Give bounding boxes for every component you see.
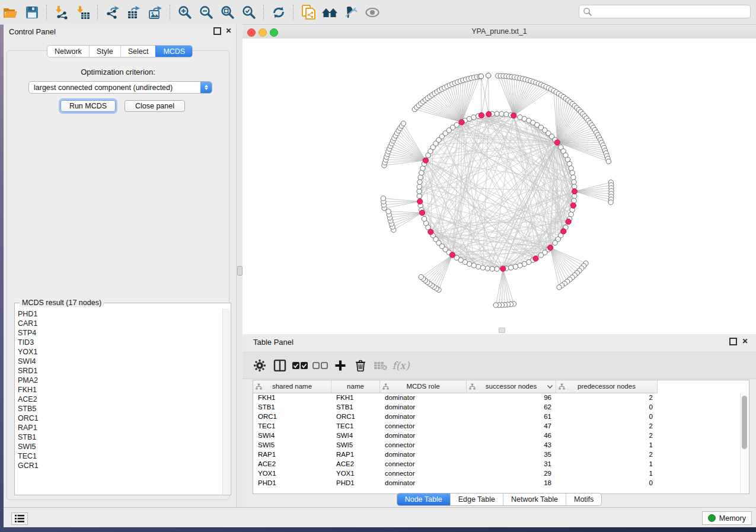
network-node[interactable] [419, 274, 423, 279]
search-input[interactable] [579, 5, 751, 18]
first-neighbors-icon[interactable] [321, 4, 339, 21]
table-row[interactable]: SWI4SWI4dominator462 [253, 431, 741, 440]
network-node[interactable] [471, 115, 476, 120]
list-item[interactable]: ORC1 [16, 414, 222, 423]
memory-button[interactable]: Memory [702, 511, 752, 525]
network-node[interactable] [479, 113, 484, 118]
network-node[interactable] [417, 184, 422, 189]
list-item[interactable]: SWI4 [16, 357, 222, 366]
zoom-selected-icon[interactable] [240, 4, 258, 21]
network-node[interactable] [538, 253, 543, 258]
list-item[interactable]: SRD1 [16, 366, 222, 376]
network-node[interactable] [386, 209, 391, 214]
table-row[interactable]: YOX1YOX1connector291 [253, 469, 741, 478]
network-titlebar[interactable]: YPA_prune.txt_1 [243, 24, 756, 39]
close-table-panel-icon[interactable]: ✕ [741, 338, 749, 345]
network-node[interactable] [508, 265, 513, 270]
network-node[interactable] [557, 285, 562, 290]
refresh-layout-icon[interactable] [270, 4, 288, 21]
show-details-icon[interactable] [363, 4, 381, 21]
list-item[interactable]: TID3 [16, 338, 222, 347]
criterion-dropdown[interactable]: largest connected component (undirected) [28, 81, 212, 94]
list-item[interactable]: STB1 [16, 432, 222, 442]
tab-mcds[interactable]: MCDS [155, 46, 192, 57]
network-node[interactable] [569, 166, 573, 171]
network-node[interactable] [570, 170, 575, 175]
list-item[interactable]: PMA2 [16, 376, 222, 385]
list-item[interactable]: RAP1 [16, 423, 222, 432]
table-row[interactable]: ORC1ORC1dominator610 [253, 412, 741, 421]
zoom-in-icon[interactable] [176, 4, 194, 21]
tab-network-table[interactable]: Network Table [503, 493, 566, 505]
network-node[interactable] [561, 229, 566, 234]
run-mcds-button[interactable]: Run MCDS [60, 100, 116, 112]
network-node[interactable] [486, 73, 490, 78]
network-node[interactable] [422, 216, 426, 221]
network-node[interactable] [518, 263, 522, 268]
network-node[interactable] [504, 112, 509, 117]
list-item[interactable]: YOX1 [16, 347, 222, 357]
network-node[interactable] [423, 158, 428, 163]
table-scrollbar[interactable] [740, 393, 749, 493]
add-icon[interactable] [330, 357, 350, 374]
network-node[interactable] [553, 241, 557, 245]
network-node[interactable] [476, 264, 480, 269]
splitter-grip[interactable] [237, 266, 243, 275]
network-node[interactable] [566, 219, 571, 225]
tab-style[interactable]: Style [89, 46, 120, 57]
table-row[interactable]: ACE2ACE2connector311 [253, 459, 741, 469]
import-table-icon[interactable] [74, 4, 92, 21]
hide-details-icon[interactable] [342, 4, 360, 21]
list-item[interactable]: STB5 [16, 404, 222, 414]
list-item[interactable]: TEC1 [16, 451, 222, 461]
network-node[interactable] [500, 266, 506, 271]
network-node[interactable] [418, 175, 423, 180]
network-node[interactable] [533, 256, 538, 261]
network-node[interactable] [608, 200, 613, 204]
float-panel-icon[interactable] [213, 27, 221, 35]
network-graph[interactable] [243, 39, 756, 334]
network-node[interactable] [479, 74, 483, 79]
column-header[interactable]: MCDS role [380, 380, 467, 393]
network-node[interactable] [511, 113, 516, 118]
table-scrollbar-thumb[interactable] [742, 396, 747, 449]
network-node[interactable] [606, 159, 611, 164]
show-columns-icon[interactable] [270, 357, 290, 374]
network-node[interactable] [572, 188, 577, 194]
import-network-icon[interactable] [53, 4, 71, 21]
list-item[interactable]: STP4 [16, 328, 222, 338]
network-node[interactable] [548, 245, 553, 250]
save-session-icon[interactable] [23, 4, 41, 21]
table-row[interactable]: RAP1RAP1dominator352 [253, 450, 741, 459]
network-node[interactable] [572, 180, 576, 184]
export-image-icon[interactable] [146, 4, 164, 21]
network-node[interactable] [495, 111, 499, 116]
open-session-icon[interactable] [2, 4, 20, 21]
tab-network[interactable]: Network [47, 46, 89, 57]
network-canvas[interactable] [243, 39, 756, 334]
column-header[interactable]: shared name [253, 380, 331, 393]
network-node[interactable] [417, 180, 422, 184]
network-node[interactable] [419, 210, 425, 216]
table-settings-icon[interactable] [250, 357, 270, 374]
network-node[interactable] [459, 120, 464, 125]
network-node[interactable] [417, 198, 423, 204]
table-row[interactable]: SWI5SWI5connector431 [253, 440, 741, 450]
table-row[interactable]: TEC1TEC1connector472 [253, 421, 741, 431]
column-header[interactable]: predecessor nodes [556, 380, 658, 393]
select-all-icon[interactable] [290, 357, 310, 374]
tab-select[interactable]: Select [120, 46, 156, 57]
column-header[interactable]: successor nodes [467, 380, 556, 393]
export-table-icon[interactable] [125, 4, 143, 21]
network-node[interactable] [417, 194, 422, 198]
tab-edge-table[interactable]: Edge Table [450, 493, 503, 505]
list-item[interactable]: GCR1 [16, 461, 222, 470]
list-item[interactable]: CAR1 [16, 319, 222, 328]
task-history-button[interactable] [11, 512, 28, 525]
network-node[interactable] [449, 252, 455, 258]
close-panel-button[interactable]: Close panel [125, 100, 185, 112]
network-node[interactable] [454, 123, 459, 127]
table-row[interactable]: PHD1PHD1dominator180 [253, 478, 741, 488]
list-item[interactable]: SWI5 [16, 442, 222, 451]
network-node[interactable] [485, 266, 490, 271]
